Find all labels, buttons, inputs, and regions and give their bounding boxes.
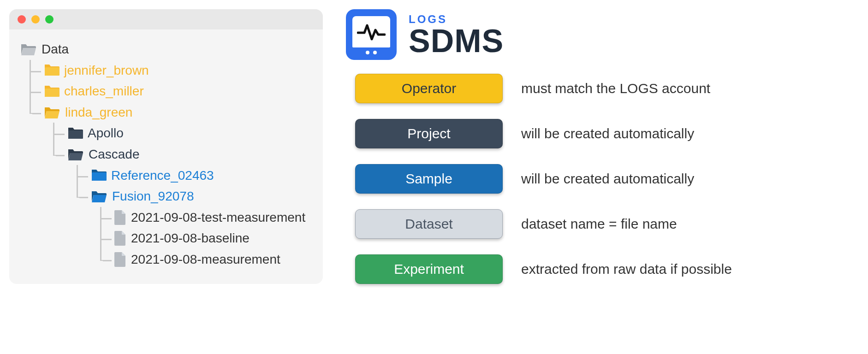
legend-desc-dataset: dataset name = file name: [521, 216, 859, 232]
tree-operator[interactable]: jennifer_brown: [44, 60, 314, 81]
tree-project[interactable]: Apollo: [67, 123, 314, 144]
close-icon[interactable]: [18, 15, 26, 24]
legend-desc-sample: will be created automatically: [521, 171, 859, 187]
svg-rect-1: [45, 88, 59, 97]
file-icon: [114, 210, 126, 225]
tree-dataset-label: 2021-09-08-baseline: [131, 230, 250, 246]
activity-icon: [357, 23, 386, 41]
tree-operator-label: charles_miller: [64, 83, 144, 99]
minimize-icon[interactable]: [31, 15, 40, 24]
tree-root-label: Data: [42, 41, 69, 57]
tree-operator[interactable]: charles_miller: [44, 81, 314, 102]
folder-icon: [44, 64, 59, 77]
svg-rect-0: [45, 67, 59, 76]
legend-desc-project: will be created automatically: [521, 126, 859, 142]
brand-logo: LOGS SDMS: [341, 9, 859, 60]
legend-pill-project: Project: [355, 119, 503, 148]
file-icon: [114, 231, 126, 246]
folder-open-icon: [20, 42, 37, 56]
file-icon: [114, 252, 126, 267]
legend-pill-label: Operator: [402, 81, 456, 96]
tree-dataset[interactable]: 2021-09-08-test-measurement: [114, 207, 314, 228]
legend-pill-dataset: Dataset: [355, 209, 503, 239]
tree-root[interactable]: Data: [20, 39, 314, 60]
folder-open-icon: [67, 148, 84, 161]
folder-open-icon: [91, 189, 107, 203]
file-browser-window: Data jennifer_brown charles_miller: [9, 9, 323, 284]
tree-project[interactable]: Cascade: [67, 144, 314, 165]
svg-rect-3: [92, 172, 107, 181]
tree-operator-label: jennifer_brown: [64, 63, 149, 78]
tree-dataset-label: 2021-09-08-test-measurement: [131, 210, 305, 225]
tree-sample[interactable]: Fusion_92078: [91, 186, 314, 207]
window-titlebar: [9, 9, 323, 30]
tree-operator[interactable]: linda_green: [44, 102, 314, 123]
tree-sample-label: Reference_02463: [111, 168, 214, 183]
legend-pill-label: Project: [407, 126, 450, 142]
legend-desc-experiment: extracted from raw data if possible: [521, 261, 859, 277]
legend-pill-label: Sample: [405, 171, 452, 187]
brand-monitor-icon: [346, 9, 397, 60]
folder-icon: [44, 85, 59, 98]
legend-grid: Operator must match the LOGS account Pro…: [341, 74, 859, 284]
legend-pill-operator: Operator: [355, 74, 503, 103]
tree-dataset-label: 2021-09-08-measurement: [131, 252, 280, 267]
tree-project-label: Apollo: [88, 125, 124, 141]
legend-pill-label: Experiment: [394, 261, 464, 277]
tree-project-label: Cascade: [89, 147, 140, 162]
legend-desc-operator: must match the LOGS account: [521, 81, 859, 96]
tree-dataset[interactable]: 2021-09-08-baseline: [114, 228, 314, 249]
tree-dataset[interactable]: 2021-09-08-measurement: [114, 249, 314, 270]
svg-rect-2: [68, 130, 83, 139]
legend-pill-sample: Sample: [355, 164, 503, 194]
legend-pill-label: Dataset: [405, 216, 452, 232]
brand-sdms-text: SDMS: [409, 26, 504, 57]
tree-operator-label: linda_green: [65, 105, 132, 120]
legend-pill-experiment: Experiment: [355, 254, 503, 284]
directory-tree: Data jennifer_brown charles_miller: [9, 30, 323, 275]
maximize-icon[interactable]: [45, 15, 54, 24]
legend-panel: LOGS SDMS Operator must match the LOGS a…: [341, 9, 859, 284]
tree-sample-label: Fusion_92078: [112, 189, 194, 204]
folder-open-icon: [44, 106, 60, 119]
folder-icon: [67, 127, 83, 140]
tree-sample[interactable]: Reference_02463: [91, 165, 314, 186]
folder-icon: [91, 169, 107, 182]
